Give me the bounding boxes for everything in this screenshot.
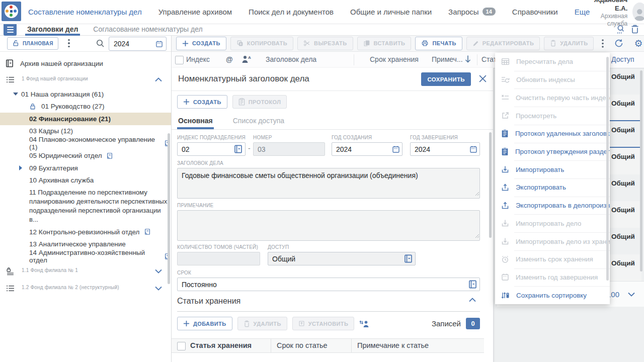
nav-search-cases[interactable]: Поиск дел и документов [249, 8, 334, 16]
more-actions-kebab-icon[interactable] [602, 39, 604, 48]
chevron-up-icon[interactable] [155, 77, 162, 82]
article-add-button[interactable]: ДОБАВИТЬ [177, 317, 232, 330]
nav-nomenclature[interactable]: Составление номенклатуры дел [28, 8, 142, 16]
create-button[interactable]: СОЗДАТЬ [176, 37, 226, 50]
tab-nomenclature-approval[interactable]: Согласование номенклатуры дел [91, 24, 204, 33]
menu-item-export-to-records-management[interactable]: Экспортировать в делопроизводство [495, 197, 610, 215]
cut-button[interactable]: ВЫРЕЗАТЬ [297, 37, 353, 50]
menu-item-change-retention[interactable]: Изменить срок хранения [495, 250, 610, 268]
responsible-person-column-icon[interactable]: A [242, 55, 252, 63]
protocol-button[interactable]: ПРОТОКОЛ [232, 95, 287, 109]
section-collapse-chevron-icon[interactable] [469, 298, 476, 302]
tree-scrollbar[interactable] [168, 133, 170, 284]
tree-item-division-05[interactable]: 05 Юридический отдел [0, 150, 171, 162]
tree-search-icon[interactable] [96, 39, 105, 48]
tree-item-division-14[interactable]: 14 Административно-хозяйственный отдел [0, 250, 171, 263]
page-size-chevron-icon[interactable] [628, 292, 635, 297]
copy-button[interactable]: КОПИРОВАТЬ [230, 37, 293, 50]
menu-item-save-sorting[interactable]: Сохранить сортировку [495, 286, 610, 304]
column-note[interactable]: Примеч... [432, 55, 463, 63]
menu-item-import-case-from-storage[interactable]: Импортировать дело из хранилища [495, 232, 610, 250]
table-row-access[interactable]: Общий [610, 174, 641, 201]
menu-scrollbar[interactable] [606, 57, 609, 281]
menu-item-import[interactable]: Импортировать [495, 160, 610, 178]
edit-button[interactable]: РЕДАКТИРОВАТЬ [466, 37, 540, 50]
tree-item-division-04[interactable]: 04 Планово-экономическое управление (1) [0, 137, 171, 150]
resize-grip-icon[interactable] [475, 234, 479, 238]
print-button[interactable]: ПЕЧАТЬ [415, 37, 462, 50]
tree-item-fund-1-2[interactable]: 1.2 Фонд филиала № 2 (неструктурный) [0, 280, 171, 297]
table-row-access[interactable]: Общий [610, 121, 641, 148]
form-create-button[interactable]: СОЗДАТЬ [177, 95, 227, 109]
case-title-textarea[interactable]: Годовые финансовые сметы общественной ор… [177, 168, 480, 199]
tree-item-fund-1-1[interactable]: 1.1 Фонд филиала № 1 [0, 263, 171, 280]
menu-item-deleted-titles-protocol[interactable]: Протокол удаленных заголовков [495, 125, 610, 143]
calendar-icon[interactable] [469, 145, 477, 153]
menu-item-recalculate-cases[interactable]: Пересчитать дела [495, 53, 610, 71]
save-button[interactable]: СОХРАНИТЬ [421, 72, 471, 86]
nav-archive-management[interactable]: Управление архивом [158, 8, 232, 16]
column-article-term[interactable]: Срок по статье [277, 341, 328, 349]
chevron-down-icon[interactable] [155, 269, 162, 274]
resize-grip-icon[interactable] [475, 192, 479, 196]
table-row-access[interactable]: Общий [610, 95, 641, 121]
column-index[interactable]: Индекс [186, 55, 210, 63]
planned-mode-button[interactable]: ПЛАНОВАЯ [7, 37, 58, 50]
tree-item-division-02-selected[interactable]: 02 Финансирование (21) [0, 113, 171, 125]
nav-references[interactable]: Справочники [512, 8, 558, 16]
division-index-input[interactable] [178, 145, 233, 153]
avatar[interactable] [632, 3, 644, 21]
triangle-expanded-icon[interactable] [13, 93, 18, 96]
form-tab-main[interactable]: Основная [177, 117, 214, 129]
reference-picker-icon[interactable] [468, 280, 477, 289]
nav-more[interactable]: Еще [575, 8, 590, 16]
year-filter-field[interactable] [109, 37, 167, 51]
column-access[interactable]: Доступ [611, 55, 634, 63]
tree-item-division-10[interactable]: 10 Архивная служба [0, 174, 171, 187]
menu-item-import-case[interactable]: Импортировать дело [495, 214, 610, 232]
menu-item-change-finish-year[interactable]: Изменить год завершения [495, 268, 610, 287]
close-icon[interactable] [478, 74, 487, 83]
form-scrollbar[interactable] [489, 132, 492, 238]
tree-item-archive-root[interactable]: Архив нашей организации [0, 56, 171, 71]
sort-descending-icon[interactable] [464, 55, 471, 63]
nav-requests[interactable]: Запросы14 [448, 8, 496, 16]
calendar-icon[interactable] [155, 40, 163, 48]
year-created-input[interactable] [332, 145, 392, 153]
paste-button[interactable]: ВСТАВИТЬ [357, 37, 412, 50]
column-article-note[interactable]: Примечание к статье [357, 341, 429, 349]
column-retention[interactable]: Срок хранения [370, 55, 419, 63]
tab-case-titles[interactable]: Заголовки дел [25, 24, 80, 36]
refresh-icon[interactable] [614, 39, 623, 48]
access-input[interactable] [268, 255, 404, 263]
year-input[interactable] [109, 39, 150, 48]
reference-picker-icon[interactable] [404, 254, 413, 263]
settings-gear-icon[interactable]: ⚙ [634, 39, 642, 48]
triangle-collapsed-icon[interactable] [19, 165, 22, 170]
tree-item-division-01[interactable]: 01 Руководство (27) [0, 101, 171, 113]
nav-folders[interactable]: Общие и личные папки [350, 8, 432, 16]
tree-item-division-11[interactable]: 11 Подразделение по перспективному плани… [0, 187, 171, 226]
table-row-access[interactable]: Общий [610, 148, 641, 174]
year-finished-input[interactable] [411, 145, 469, 153]
menu-item-clear-index-part[interactable]: Очистить первую часть индекса [495, 88, 610, 107]
article-assign-user-icon[interactable] [359, 320, 370, 328]
calendar-icon[interactable] [392, 145, 400, 153]
table-scrollbar[interactable] [640, 70, 642, 272]
app-logo[interactable] [2, 2, 21, 21]
article-delete-button[interactable]: УДАЛИТЬ [237, 317, 287, 330]
email-column-icon[interactable]: @ [226, 55, 233, 63]
table-row-access[interactable]: Общий [610, 201, 641, 228]
tree-more-options-icon[interactable] [65, 39, 72, 48]
table-row-access[interactable]: Общий [610, 68, 641, 95]
delete-button[interactable]: УДАЛИТЬ [544, 37, 594, 50]
reference-picker-icon[interactable] [233, 144, 243, 154]
table-row-access[interactable]: Общий [610, 254, 641, 281]
article-set-button[interactable]: УСТАНОВИТЬ [292, 317, 354, 330]
menu-item-update-indexes[interactable]: Обновить индексы [495, 71, 610, 89]
form-tab-access-list[interactable]: Список доступа [232, 117, 285, 129]
column-article[interactable]: Статья хранения [190, 341, 252, 349]
tree-item-fund-1[interactable]: 1 Фонд нашей организации [0, 71, 171, 88]
menu-item-sections-approval-protocol[interactable]: Протокол утверждения разделов [495, 143, 610, 161]
user-block[interactable]: Жданович Е.А. Архивная служба [590, 0, 644, 28]
